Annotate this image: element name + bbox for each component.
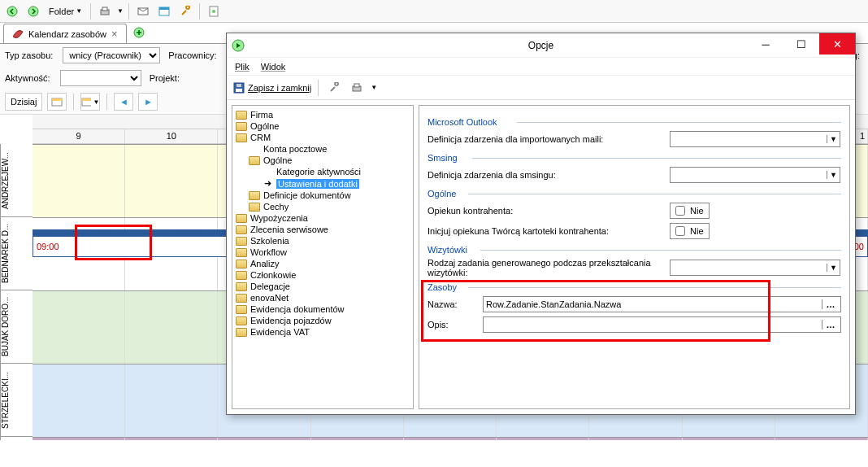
main-toolbar: Folder▼ ▼	[0, 0, 868, 23]
group-smsing: Smsing	[427, 153, 841, 163]
tree-item[interactable]: Ewidencja dokumentów	[234, 303, 411, 315]
inicjuj-checkbox[interactable]: Nie	[670, 223, 710, 239]
folder-dropdown[interactable]: Folder▼	[46, 7, 85, 16]
svg-rect-6	[159, 7, 169, 10]
tree-item[interactable]: Cechy	[234, 201, 411, 212]
resource-name: BUJAK DORO...	[0, 290, 33, 364]
smsing-def-select[interactable]: ▼	[670, 167, 840, 183]
view-dropdown[interactable]: ▼	[80, 93, 100, 111]
tree-item[interactable]: Ewidencja VAT	[234, 326, 411, 338]
rodzaj-select[interactable]: ▼	[670, 260, 840, 276]
highlight-box	[75, 225, 152, 260]
opiekun-label: Opiekun kontrahenta:	[427, 206, 663, 216]
back-icon[interactable]	[3, 2, 21, 20]
group-wizytowki: Wizytówki	[427, 245, 841, 255]
tree-item[interactable]: Workflow	[234, 247, 411, 258]
options-tree[interactable]: FirmaOgólneCRMKonta pocztoweOgólneKatego…	[232, 105, 414, 409]
tree-item[interactable]: Firma	[234, 109, 411, 120]
tree-item[interactable]: Konta pocztowe	[234, 143, 411, 155]
close-button[interactable]: ✕	[819, 33, 855, 55]
dialog-title: Opcje	[528, 40, 553, 51]
dialog-titlebar[interactable]: Opcje ─ ☐ ✕	[227, 33, 855, 58]
tree-item[interactable]: ➜Ustawienia i dodatki	[234, 177, 411, 190]
smsing-def-label: Definicja zdarzenia dla smsingu:	[427, 170, 663, 180]
ellipsis-button[interactable]: …	[822, 320, 838, 330]
highlight-box	[421, 280, 770, 342]
calendar-cells[interactable]	[33, 437, 868, 440]
svg-rect-19	[354, 84, 359, 87]
prev-button[interactable]: ◄	[114, 93, 133, 111]
svg-point-0	[7, 7, 17, 16]
resource-name: STRZELECKI...	[0, 364, 33, 437]
folder-label: Folder	[49, 7, 74, 16]
save-close-button[interactable]: Zapisz i zamknij	[233, 82, 311, 94]
ellipsis-button[interactable]: …	[822, 299, 838, 309]
activity-select[interactable]	[60, 70, 141, 86]
tree-item[interactable]: enovaNet	[234, 292, 411, 303]
svg-rect-17	[237, 84, 241, 87]
tree-item[interactable]: Członkowie	[234, 269, 411, 281]
tree-item[interactable]: Zlecenia serwisowe	[234, 224, 411, 235]
resource-name: MIR...	[0, 437, 33, 440]
tree-item[interactable]: Wypożyczenia	[234, 212, 411, 224]
svg-point-1	[28, 7, 38, 16]
goto-button[interactable]	[47, 93, 67, 111]
dialog-icon	[232, 39, 245, 52]
tools-icon[interactable]	[176, 2, 194, 20]
group-outlook: Microsoft Outlook	[427, 117, 841, 127]
tab-calendar[interactable]: Kalendarz zasobów ×	[3, 24, 127, 43]
hour-cell: 9	[33, 129, 125, 143]
menu-view[interactable]: Widok	[261, 62, 286, 72]
tab-close-icon[interactable]: ×	[111, 28, 118, 40]
today-button[interactable]: Dzisiaj	[5, 93, 42, 111]
tree-item[interactable]: Ogólne	[234, 120, 411, 132]
doc-icon[interactable]	[205, 2, 223, 20]
tab-title: Kalendarz zasobów	[28, 29, 106, 39]
tree-item[interactable]: Definicje dokumentów	[234, 190, 411, 201]
tools-icon[interactable]	[325, 79, 343, 97]
dialog-body: FirmaOgólneCRMKonta pocztoweOgólneKatego…	[227, 100, 855, 414]
maximize-button[interactable]: ☐	[783, 33, 819, 55]
group-ogolne: Ogólne	[427, 189, 841, 199]
forward-icon[interactable]	[24, 2, 42, 20]
type-select[interactable]: wnicy (Pracownik)	[63, 47, 160, 63]
workers-label: Pracownicy:	[168, 50, 216, 60]
mail-icon[interactable]	[134, 2, 152, 20]
window-icon[interactable]	[155, 2, 173, 20]
outlook-def-select[interactable]: ▼	[670, 131, 840, 147]
type-label: Typ zasobu:	[5, 50, 53, 60]
activity-label: Aktywność:	[5, 73, 50, 83]
calendar-row: MIR...	[0, 437, 868, 440]
hour-cell: 10	[125, 129, 218, 143]
rodzaj-label: Rodzaj zadania generowanego podczas prze…	[427, 258, 663, 277]
print-icon[interactable]	[96, 2, 114, 20]
appt-start: 09:00	[37, 242, 59, 251]
outlook-def-label: Definicja zdarzenia dla importowanych ma…	[427, 134, 663, 144]
opiekun-checkbox[interactable]: Nie	[670, 203, 710, 219]
menu-file[interactable]: Plik	[235, 62, 250, 72]
tree-item[interactable]: Delegacje	[234, 281, 411, 292]
print-icon[interactable]	[348, 79, 366, 97]
sausage-icon	[12, 29, 24, 39]
resource-name: BEDNAREK D...	[0, 217, 33, 290]
svg-rect-3	[102, 7, 107, 11]
svg-rect-16	[236, 89, 242, 92]
tree-item[interactable]: Analizy	[234, 258, 411, 269]
next-button[interactable]: ►	[138, 93, 158, 111]
resource-name: ANDRZEJEW...	[0, 144, 33, 217]
tree-item[interactable]: Kategorie aktywności	[234, 166, 411, 177]
minimize-button[interactable]: ─	[748, 33, 783, 55]
tree-item[interactable]: Ogólne	[234, 155, 411, 166]
dialog-toolbar: Zapisz i zamknij ▼	[227, 76, 855, 100]
options-dialog: Opcje ─ ☐ ✕ Plik Widok Zapisz i zamknij …	[226, 33, 856, 415]
project-label: Projekt:	[150, 73, 180, 83]
extra-hour-cell: 1	[860, 131, 865, 141]
inicjuj-label: Inicjuj opiekuna Twórcą kartoteki kontra…	[427, 226, 663, 236]
tree-item[interactable]: Szkolenia	[234, 235, 411, 247]
tree-item[interactable]: Ewidencja pojazdów	[234, 315, 411, 326]
svg-point-8	[212, 10, 215, 13]
tree-item[interactable]: CRM	[234, 132, 411, 143]
tab-add-button[interactable]	[130, 24, 148, 41]
svg-rect-11	[52, 98, 62, 101]
save-label: Zapisz i zamknij	[248, 83, 311, 93]
